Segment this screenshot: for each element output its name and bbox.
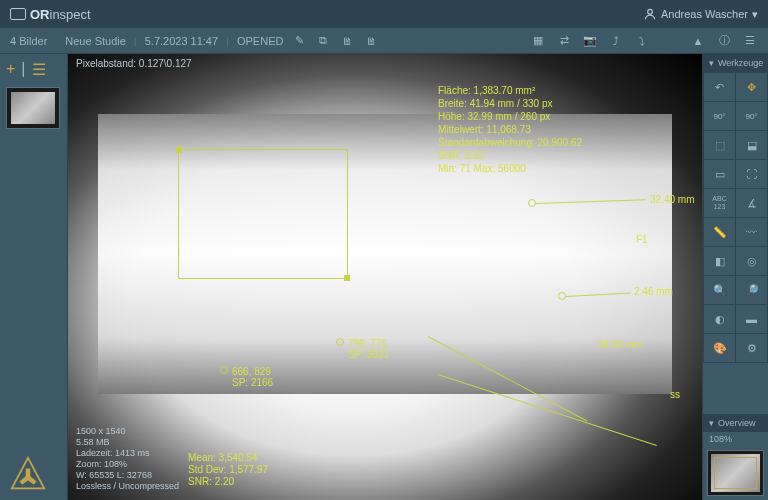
- doc-icon[interactable]: 🗎: [339, 33, 355, 49]
- probe-2[interactable]: 666, 829SP: 2166: [232, 366, 273, 388]
- user-icon: [643, 7, 657, 21]
- shuffle-icon[interactable]: ⇄: [556, 33, 572, 49]
- tools-header[interactable]: ▾Werkzeuge: [703, 54, 768, 72]
- list-icon[interactable]: ☰: [32, 60, 46, 79]
- study-status: OPENED: [237, 35, 283, 47]
- eraser-tool[interactable]: ◧: [704, 247, 735, 275]
- measurement-4[interactable]: ss: [670, 389, 680, 400]
- pixel-spacing: Pixelabstand: 0.127\0.127: [76, 58, 192, 69]
- image-count: 4 Bilder: [10, 35, 47, 47]
- radiation-icon: [10, 456, 46, 492]
- image-metadata: 1500 x 1540 5.58 MB Ladezeit: 1413 ms Zo…: [76, 426, 179, 492]
- overview-header[interactable]: ▾Overview: [703, 414, 768, 432]
- measure-point-2[interactable]: [558, 292, 566, 300]
- text-tool[interactable]: ABC123: [704, 189, 735, 217]
- user-name: Andreas Wascher: [661, 8, 748, 20]
- zoom-in-tool[interactable]: 🔍: [704, 276, 735, 304]
- angle-tool[interactable]: ∡: [736, 189, 767, 217]
- measurement-3[interactable]: 34.60 mm: [598, 339, 642, 350]
- measurement-1[interactable]: 32.40 mm: [650, 194, 694, 205]
- roi-rectangle[interactable]: [178, 149, 348, 279]
- probe-point-2[interactable]: [220, 366, 228, 374]
- user-menu[interactable]: Andreas Wascher ▾: [643, 7, 758, 21]
- up-icon[interactable]: ▲: [690, 33, 706, 49]
- flip-h-tool[interactable]: ⬚: [704, 131, 735, 159]
- thumbnail-1[interactable]: [6, 87, 60, 129]
- roi-stats: Fläche: 1,383.70 mm² Breite: 41.94 mm / …: [438, 84, 582, 175]
- svg-point-0: [648, 9, 653, 14]
- measurement-2[interactable]: 2.46 mm: [634, 286, 673, 297]
- grid-icon[interactable]: ▦: [530, 33, 546, 49]
- image-stats: Mean: 3,540.54 Std Dev: 1,577.97 SNR: 2.…: [188, 452, 268, 488]
- copy-icon[interactable]: ⧉: [315, 33, 331, 49]
- curve-tool[interactable]: 〰: [736, 218, 767, 246]
- move-tool[interactable]: ✥: [736, 73, 767, 101]
- study-date: 5.7.2023 11:47: [145, 35, 218, 47]
- edit-icon[interactable]: ✎: [291, 33, 307, 49]
- overview-viewport[interactable]: [714, 457, 757, 489]
- menu-icon[interactable]: ☰: [742, 33, 758, 49]
- export-icon[interactable]: ⤴: [608, 33, 624, 49]
- fullscreen-tool[interactable]: ⛶: [736, 160, 767, 188]
- doc2-icon[interactable]: 🗎: [363, 33, 379, 49]
- zoom-level: 108%: [703, 432, 768, 446]
- right-panel: ▾Werkzeuge ↶ ✥ 90° 90° ⬚ ⬓ ▭ ⛶ ABC123 ∡ …: [702, 54, 768, 500]
- window-tool[interactable]: ▬: [736, 305, 767, 333]
- flip-v-tool[interactable]: ⬓: [736, 131, 767, 159]
- rotate-right-tool[interactable]: 90°: [736, 102, 767, 130]
- target-tool[interactable]: ◎: [736, 247, 767, 275]
- roi-tool[interactable]: ▭: [704, 160, 735, 188]
- rotate-left-tool[interactable]: 90°: [704, 102, 735, 130]
- image-viewer[interactable]: Pixelabstand: 0.127\0.127 Fläche: 1,383.…: [68, 54, 702, 500]
- ruler-tool[interactable]: 📏: [704, 218, 735, 246]
- logo-icon: [10, 8, 26, 20]
- study-name[interactable]: Neue Studie: [65, 35, 126, 47]
- palette-tool[interactable]: 🎨: [704, 334, 735, 362]
- roi-handle-tl[interactable]: [176, 147, 182, 153]
- roi-handle-br[interactable]: [344, 275, 350, 281]
- settings-tool[interactable]: ⚙: [736, 334, 767, 362]
- left-panel: + | ☰: [0, 54, 68, 500]
- camera-icon[interactable]: 📷: [582, 33, 598, 49]
- logo-suffix: inspect: [50, 7, 91, 22]
- add-icon[interactable]: +: [6, 60, 15, 79]
- zoom-out-tool[interactable]: 🔎: [736, 276, 767, 304]
- overview-thumbnail[interactable]: [707, 450, 764, 496]
- import-icon[interactable]: ⤵: [634, 33, 650, 49]
- contrast-tool[interactable]: ◐: [704, 305, 735, 333]
- app-logo: ORinspect: [10, 7, 91, 22]
- info-icon[interactable]: ⓘ: [716, 33, 732, 49]
- probe-1[interactable]: 796, 776SP: 3831: [348, 338, 389, 360]
- logo-prefix: OR: [30, 7, 50, 22]
- chevron-down-icon: ▾: [752, 8, 758, 21]
- label-f1[interactable]: F1: [636, 234, 648, 245]
- probe-point-1[interactable]: [336, 338, 344, 346]
- undo-tool[interactable]: ↶: [704, 73, 735, 101]
- measure-point-1[interactable]: [528, 199, 536, 207]
